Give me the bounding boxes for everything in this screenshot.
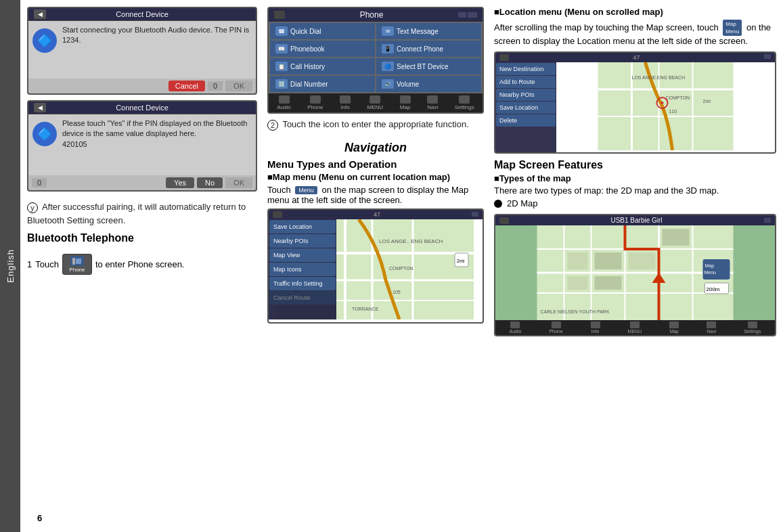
- text-message-item[interactable]: ✉ Text Message: [376, 23, 481, 39]
- select-bt-item[interactable]: 🔵 Select BT Device: [376, 58, 481, 74]
- step-y-number: y: [27, 202, 38, 213]
- phonebook-icon: 📖: [275, 44, 288, 53]
- save-location-item[interactable]: Save Location: [269, 220, 336, 234]
- step2-text-block: 2 Touch the icon to enter the appropriat…: [267, 118, 484, 131]
- loc-text-1: After scrolling the map by touching the …: [494, 22, 719, 32]
- types-text: There are two types of map: the 2D map a…: [494, 185, 776, 196]
- add-to-route-item[interactable]: Add to Route: [496, 76, 556, 88]
- map-back-btn[interactable]: [273, 211, 282, 218]
- screen2-header: ◀ Connect Device: [28, 102, 256, 114]
- nav-audio[interactable]: Audio: [277, 95, 290, 110]
- nav-settings-label: Settings: [455, 104, 474, 110]
- save-location-loc-item[interactable]: Save Location: [496, 102, 556, 114]
- dial-number-item[interactable]: 🔢 Dial Number: [270, 76, 375, 92]
- ok-button-2[interactable]: OK: [225, 177, 252, 188]
- svg-text:LOS ANGE.ENG BEACH: LOS ANGE.ENG BEACH: [632, 75, 686, 80]
- map-nav-phone[interactable]: Phone: [549, 322, 562, 334]
- map-screen-title: USB1 Barbie Girl: [610, 217, 662, 224]
- volume-item[interactable]: 🔊 Volume: [376, 76, 481, 92]
- menu-types-heading: Menu Types and Operation: [267, 158, 484, 170]
- nav-phone[interactable]: Phone: [307, 95, 323, 110]
- map-menu-mockup: 47: [267, 208, 484, 324]
- back-button-2[interactable]: ◀: [34, 103, 46, 112]
- map-nav-info[interactable]: Info: [591, 322, 600, 334]
- navigation-heading: Navigation: [267, 141, 484, 155]
- svg-text:Menu: Menu: [704, 270, 717, 275]
- map-nav-map[interactable]: Map: [669, 322, 679, 334]
- cancel-route-item[interactable]: Cancel Route: [269, 291, 336, 305]
- audio-nav-icon: [279, 95, 290, 104]
- call-history-item[interactable]: 📋 Call History: [270, 58, 375, 74]
- nav-info[interactable]: Info: [340, 95, 351, 110]
- map-menu-icon: [630, 322, 640, 328]
- nearby-pois-item[interactable]: Nearby POIs: [269, 234, 336, 248]
- dial-number-label: Dial Number: [290, 81, 328, 88]
- svg-rect-1: [76, 259, 81, 264]
- cancel-button[interactable]: Cancel: [169, 81, 205, 91]
- screen1-number: 0: [208, 81, 223, 91]
- map-icons-item[interactable]: Map Icons: [269, 263, 336, 276]
- map-screen-features-heading: Map Screen Features: [494, 159, 776, 171]
- map-nav-audio[interactable]: Audio: [509, 322, 521, 334]
- map-nav-navi[interactable]: Navi: [707, 322, 716, 334]
- nav-navi-label: Navi: [427, 104, 438, 110]
- map-nav-menu[interactable]: MENU: [628, 322, 642, 334]
- menu-inline-button[interactable]: Menu: [295, 186, 317, 194]
- select-bt-label: Select BT Device: [397, 63, 449, 70]
- new-destination-item[interactable]: New Destination: [496, 63, 556, 75]
- nav-map[interactable]: Map: [400, 95, 411, 110]
- text-message-icon: ✉: [382, 26, 394, 36]
- bluetooth-icon-1: 🔷: [32, 28, 57, 53]
- map-screen-header: USB1 Barbie Girl: [495, 215, 775, 225]
- map-screen-back-btn[interactable]: [499, 217, 509, 224]
- svg-text:200m: 200m: [707, 286, 720, 292]
- nav-menu[interactable]: MENU: [367, 95, 384, 110]
- map-nav-navi-label: Navi: [707, 329, 716, 334]
- columns-layout: ◀ Connect Device 🔷 Start connecting your…: [27, 7, 776, 512]
- loc-map-back-btn[interactable]: [499, 54, 509, 61]
- traffic-info-item[interactable]: Traffic Info Setting: [269, 277, 336, 290]
- step-y-description: After successful pairing, it will automa…: [27, 202, 246, 225]
- volume-icon: 🔊: [382, 79, 394, 89]
- map-view-item[interactable]: Map View: [269, 248, 336, 262]
- phone-screen-button[interactable]: Phone: [62, 254, 92, 275]
- nav-navi[interactable]: Navi: [427, 95, 438, 110]
- nav-menu-label: MENU: [367, 104, 384, 110]
- screen2-body-text: Please touch "Yes" if the PIN displayed …: [62, 118, 252, 150]
- bluetooth-icon-2: 🔷: [32, 122, 57, 146]
- map-info-icon: [591, 322, 600, 328]
- map-menu-description: Touch Menu on the map screen to display …: [267, 185, 484, 205]
- no-button[interactable]: No: [197, 177, 223, 188]
- map-nav-settings-label: Settings: [744, 329, 761, 334]
- back-button-1[interactable]: ◀: [34, 9, 46, 19]
- map-menu-inline-btn[interactable]: MapMenu: [723, 20, 742, 36]
- map-nav-icon: [400, 95, 411, 104]
- 2d-roads-svg: CARLE NIELSEN YOUTH PARK Map Menu 200m: [495, 225, 775, 320]
- quick-dial-item[interactable]: ☎ Quick Dial: [270, 23, 375, 39]
- step-y-text: y After successful pairing, it will auto…: [27, 200, 257, 227]
- map-screen-body: CARLE NIELSEN YOUTH PARK Map Menu 200m: [495, 225, 775, 320]
- map-menu-text1: Touch: [267, 185, 291, 195]
- svg-text:COMPTON: COMPTON: [666, 95, 690, 100]
- svg-rect-41: [568, 276, 588, 290]
- location-menu-text: After scrolling the map by touching the …: [494, 20, 776, 46]
- svg-rect-37: [568, 252, 588, 269]
- phone-back-btn[interactable]: [274, 11, 285, 19]
- phonebook-item[interactable]: 📖 Phonebook: [270, 41, 375, 57]
- ok-button-1[interactable]: OK: [225, 81, 252, 91]
- phone-screen-mockup: Phone ☎ Quick Dial ✉ Text Message: [267, 7, 484, 114]
- nav-phone-label: Phone: [307, 104, 323, 110]
- svg-text:LOS ANGE.. ENG BEACH: LOS ANGE.. ENG BEACH: [379, 238, 443, 244]
- map-menu-overlay-1: Save Location Nearby POIs Map View Map I…: [269, 219, 336, 319]
- sidebar: English: [0, 0, 20, 532]
- phone-screen-header: Phone: [269, 8, 483, 22]
- nearby-pois-loc-item[interactable]: Nearby POIs: [496, 89, 556, 101]
- yes-button[interactable]: Yes: [166, 177, 194, 188]
- map-nav-settings[interactable]: Settings: [744, 322, 761, 334]
- nav-settings[interactable]: Settings: [455, 95, 474, 110]
- connect-phone-label: Connect Phone: [397, 45, 443, 53]
- delete-loc-item[interactable]: Delete: [496, 114, 556, 127]
- screen1-title: Connect Device: [116, 10, 169, 18]
- column-1: ◀ Connect Device 🔷 Start connecting your…: [27, 7, 257, 512]
- connect-phone-item[interactable]: 📱 Connect Phone: [376, 41, 481, 57]
